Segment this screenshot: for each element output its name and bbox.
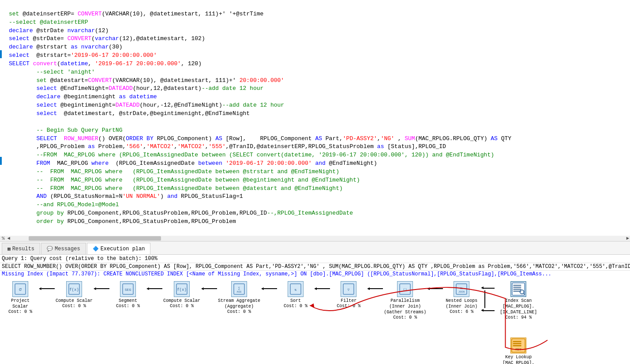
connector-3 — [146, 281, 162, 292]
line-8 — [430, 288, 443, 289]
svg-text:▽: ▽ — [348, 288, 350, 292]
tab-messages-label: Messages — [55, 246, 80, 252]
tab-execution-plan-label: Execution plan — [101, 246, 145, 252]
missing-index-text: Missing Index (Impact 77.3707): CREATE N… — [2, 271, 551, 277]
code-line-22: AND (RPLOG_StatusNormal=N'UN NORMAL') an… — [9, 193, 243, 200]
code-editor: set @dateinsertERP= CONVERT(VARCHAR(10),… — [0, 0, 630, 241]
node-compute-scalar-2[interactable]: f(x) Compute Scalar Cost: 0 % — [163, 281, 200, 308]
node-label-segment: Segment — [119, 298, 137, 304]
node-icon-parallelism: ⟨⟩ — [397, 281, 413, 297]
node-icon-filter: ▽ — [341, 281, 356, 297]
node-cost-project-scalar: Cost: 0 % — [8, 309, 32, 314]
node-nested-loops[interactable]: NLJOIN Nested Loops(Inner Join) Cost: 6 … — [444, 281, 479, 314]
code-line-2: --select @dateinsertERP — [9, 19, 88, 26]
svg-text:f(x): f(x) — [69, 288, 79, 292]
messages-icon: 💬 — [47, 246, 53, 252]
line-2 — [96, 288, 109, 289]
code-line-10: select @EndTimeNight=DATEADD(hour,12,@da… — [9, 85, 263, 92]
node-index-scan[interactable]: Index Scan[MAC_RPLOG].[IX_DATE_LINE] Cos… — [496, 281, 540, 320]
code-line-8: --select 'anight' — [9, 69, 95, 75]
scroll-indicator: % — [0, 236, 7, 241]
code-line-16: ,RPLOG_Problem as Problem,'566','MATCO2'… — [9, 143, 446, 150]
bottom-area: Query 1: Query cost (relative to the bat… — [0, 255, 630, 364]
tab-results-label: Results — [12, 246, 34, 252]
node-label-compute-scalar-2: Compute Scalar — [163, 298, 200, 304]
node-label-key-lookup: Key Lookup[MAC_RPLOG].[PK_MAC_RPLOG] — [496, 354, 540, 364]
node-label-stream-aggregate: Stream Aggregate(Aggregate) — [218, 298, 260, 309]
svg-text:⟨⟩: ⟨⟩ — [403, 288, 407, 292]
node-icon-index-scan — [510, 281, 526, 297]
code-line-13: select @datetimestart, @strDate,@beginti… — [9, 110, 250, 117]
code-line-20: -- FROM MAC_RPLOG where (RPLOG_ItemAssig… — [9, 177, 360, 183]
branch-top: ◄ — [481, 286, 495, 290]
line-5 — [264, 288, 277, 289]
node-icon-key-lookup: KEY — [510, 338, 526, 353]
svg-text:NL: NL — [460, 287, 464, 290]
query-text-content: SELECT ROW_NUMBER() OVER(ORDER BY RPLOG_… — [2, 264, 630, 270]
svg-text:f(x): f(x) — [177, 288, 187, 292]
node-label-filter: Filter — [341, 298, 356, 304]
scroll-arrow-left[interactable]: ◄ — [7, 236, 11, 241]
code-content: set @dateinsertERP= CONVERT(VARCHAR(10),… — [0, 0, 630, 236]
branch-vertical — [484, 290, 485, 308]
svg-rect-30 — [513, 345, 521, 346]
node-icon-nested-loops: NLJOIN — [454, 281, 469, 297]
code-line-12: select @begintimenight=DATEADD(hour,-12,… — [9, 102, 284, 108]
node-label-nested-loops: Nested Loops(Inner Join) — [446, 298, 477, 309]
scrollbar-thumb[interactable] — [29, 236, 161, 241]
node-segment[interactable]: SEG Segment Cost: 0 % — [110, 281, 146, 308]
node-key-lookup[interactable]: KEY Key Lookup[MAC_RPLOG].[PK_MAC_RPLOG]… — [496, 338, 540, 364]
code-line-18: FROM MAC_RPLOG where (RPLOG_ItemAssigned… — [9, 160, 377, 167]
code-line-6: select @strstart='2019-06-17 20:00:00.00… — [9, 52, 157, 59]
code-line-7: SELECT convert(datetime, '2019-06-17 20:… — [9, 60, 202, 67]
svg-rect-29 — [513, 343, 521, 344]
node-cost-compute-scalar-2: Cost: 0 % — [170, 304, 194, 308]
svg-rect-22 — [514, 287, 521, 288]
connector-7 — [367, 281, 383, 292]
node-cost-nested-loops: Cost: 6 % — [450, 309, 473, 314]
node-cost-sort: Cost: 0 % — [284, 304, 308, 308]
code-line-1: set @dateinsertERP= CONVERT(VARCHAR(10),… — [9, 11, 263, 17]
connector-8 — [427, 281, 443, 292]
node-icon-compute-scalar-2: f(x) — [174, 281, 190, 297]
right-nodes: Index Scan[MAC_RPLOG].[IX_DATE_LINE] Cos… — [495, 281, 541, 364]
node-filter[interactable]: ▽ Filter Cost: 0 % — [331, 281, 366, 308]
code-line-19: -- FROM MAC_RPLOG where (RPLOG_ItemAssig… — [9, 168, 339, 175]
node-parallelism[interactable]: ⟨⟩ Parallelism(Inner Join)(Gather Stream… — [384, 281, 426, 320]
code-line-3: declare @strDate nvarchar(12) — [9, 27, 109, 34]
code-line-21: -- FROM MAC_RPLOG where (RPLOG_ItemAssig… — [9, 185, 343, 192]
svg-text:σ: σ — [19, 287, 22, 292]
node-label-index-scan: Index Scan[MAC_RPLOG].[IX_DATE_LINE] — [496, 298, 540, 315]
node-sort[interactable]: ⇅ Sort Cost: 0 % — [278, 281, 313, 308]
node-icon-stream-aggregate: ∑AGG — [231, 281, 247, 297]
code-line-23: --and RPLOG_Model=@Model — [9, 201, 119, 208]
code-scrollbar[interactable]: % ◄ ► — [0, 236, 630, 241]
code-line-24: group by RPLOG_Component,RPLOG_StatusPro… — [9, 210, 353, 216]
node-label-sort: Sort — [290, 298, 301, 304]
code-line-9: set @datestart=CONVERT(VARCHAR(10), @dat… — [9, 77, 284, 84]
code-line-4: select @strDate= CONVERT(varchar(12),@da… — [9, 35, 205, 42]
results-icon: ▦ — [8, 246, 11, 252]
node-cost-compute-scalar-1: Cost: 0 % — [62, 304, 86, 308]
query-info: Query 1: Query cost (relative to the bat… — [0, 255, 630, 263]
line-6 — [317, 288, 330, 289]
node-cost-parallelism: Cost: 0 % — [393, 315, 417, 320]
plan-nodes-row: σ ProjectScalar Cost: 0 % f(x) Compute S… — [0, 278, 630, 364]
tabs-row: ▦ Results 💬 Messages 🔷 Execution plan — [0, 241, 630, 255]
tab-results[interactable]: ▦ Results — [2, 243, 40, 254]
node-compute-scalar-1[interactable]: f(x) Compute Scalar Cost: 0 % — [56, 281, 93, 308]
node-project-scalar[interactable]: σ ProjectScalar Cost: 0 % — [3, 281, 38, 314]
line-highlight-2 — [0, 157, 2, 165]
svg-rect-28 — [513, 341, 521, 342]
svg-text:AGG: AGG — [237, 290, 242, 293]
query-cost-text: Query 1: Query cost (relative to the bat… — [2, 256, 158, 262]
node-stream-aggregate[interactable]: ∑AGG Stream Aggregate(Aggregate) Cost: 0… — [218, 281, 260, 314]
execution-plan-area: σ ProjectScalar Cost: 0 % f(x) Compute S… — [0, 278, 630, 364]
node-cost-filter: Cost: 0 % — [337, 304, 360, 308]
tab-execution-plan[interactable]: 🔷 Execution plan — [87, 243, 151, 254]
missing-index-warning: Missing Index (Impact 77.3707): CREATE N… — [0, 271, 630, 278]
tab-messages[interactable]: 💬 Messages — [41, 243, 86, 254]
scroll-arrow-right[interactable]: ► — [625, 236, 630, 241]
line-7 — [370, 288, 383, 289]
node-icon-compute-scalar-1: f(x) — [66, 281, 82, 297]
